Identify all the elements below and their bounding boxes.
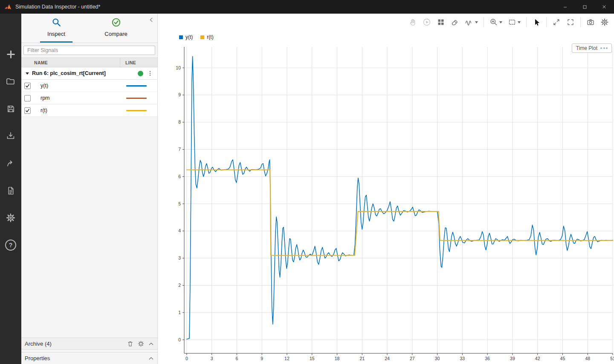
- svg-text:5: 5: [178, 201, 181, 206]
- svg-text:3: 3: [178, 255, 181, 260]
- collapse-properties-chevron-icon[interactable]: [148, 356, 154, 361]
- run-options-kebab-icon[interactable]: [147, 70, 153, 77]
- collapse-archive-chevron-icon[interactable]: [148, 341, 154, 346]
- toolbar-separator: [526, 17, 527, 27]
- svg-text:51: 51: [610, 356, 614, 361]
- svg-text:6: 6: [178, 174, 181, 179]
- tab-compare-label: Compare: [104, 31, 127, 37]
- save-icon[interactable]: [1, 99, 20, 118]
- properties-label: Properties: [25, 355, 50, 361]
- archive-bar[interactable]: Archive (4): [21, 338, 157, 350]
- ellipsis-menu-icon: [600, 47, 608, 49]
- data-brush-eraser-icon[interactable]: [451, 18, 459, 26]
- run-title: Run 6: plc_cosim_rt[Current]: [32, 70, 106, 76]
- svg-text:18: 18: [335, 356, 340, 361]
- svg-text:8: 8: [178, 119, 181, 124]
- svg-text:48: 48: [585, 356, 590, 361]
- run-row[interactable]: Run 6: plc_cosim_rt[Current]: [21, 67, 157, 80]
- legend-item: y(t): [179, 34, 193, 40]
- legend-label: y(t): [185, 34, 193, 40]
- svg-text:2: 2: [178, 283, 181, 288]
- replay-icon[interactable]: [423, 18, 431, 26]
- filter-row: [21, 43, 157, 58]
- sidebar-tabs: Inspect Compare: [21, 14, 157, 43]
- svg-text:27: 27: [410, 356, 415, 361]
- tab-inspect-label: Inspect: [47, 31, 65, 37]
- maximize-icon[interactable]: [575, 0, 594, 14]
- pointer-icon[interactable]: [532, 18, 541, 26]
- svg-text:10: 10: [176, 65, 181, 70]
- snapshot-camera-icon[interactable]: [586, 18, 595, 26]
- signal-visibility-checkbox[interactable]: [24, 95, 31, 101]
- svg-text:9: 9: [178, 92, 181, 97]
- pan-hand-icon[interactable]: [408, 18, 417, 26]
- signal-line-sample: [126, 98, 147, 99]
- svg-text:24: 24: [385, 356, 390, 361]
- svg-text:42: 42: [535, 356, 540, 361]
- tab-compare[interactable]: Compare: [86, 14, 146, 43]
- svg-text:3: 3: [211, 356, 213, 361]
- check-circle-icon: [111, 17, 121, 29]
- plot-toolbar: [158, 14, 614, 31]
- legend-label: r(t): [207, 34, 213, 40]
- svg-text:39: 39: [510, 356, 515, 361]
- app-toolstrip: ?: [0, 14, 21, 364]
- signal-name: y(t): [41, 83, 48, 89]
- time-plot-canvas[interactable]: 0369121518212427303336394245485101234567…: [158, 31, 614, 364]
- fullscreen-icon[interactable]: [566, 18, 575, 26]
- signal-row[interactable]: r(t): [21, 104, 157, 117]
- help-icon[interactable]: ?: [1, 235, 20, 255]
- svg-text:12: 12: [284, 356, 290, 361]
- time-plot-menu-button[interactable]: Time Plot: [572, 43, 612, 53]
- signal-rows: y(t)rpmr(t): [21, 80, 157, 117]
- subplot-layout-icon[interactable]: [437, 18, 445, 26]
- svg-text:6: 6: [235, 356, 238, 361]
- plot-settings-gear-icon[interactable]: [600, 18, 609, 26]
- svg-text:1: 1: [178, 310, 181, 315]
- signal-row[interactable]: y(t): [21, 80, 157, 92]
- fit-to-view-icon[interactable]: [552, 18, 561, 26]
- svg-text:21: 21: [359, 356, 365, 361]
- column-line: LINE: [120, 58, 157, 67]
- import-icon[interactable]: [1, 126, 20, 146]
- export-icon[interactable]: [1, 153, 20, 173]
- column-name: NAME: [21, 58, 120, 67]
- svg-text:9: 9: [261, 356, 263, 361]
- toolbar-separator: [580, 17, 581, 27]
- svg-text:15: 15: [310, 356, 315, 361]
- plot-panel: y(t) r(t) Time Plot 03691215182124273033…: [158, 14, 614, 364]
- minimize-icon[interactable]: [555, 0, 575, 14]
- add-icon[interactable]: [1, 44, 20, 64]
- archive-label: Archive (4): [25, 341, 52, 347]
- properties-bar[interactable]: Properties: [21, 352, 157, 364]
- zoom-region-marquee-icon[interactable]: [508, 18, 521, 26]
- toolbar-separator: [484, 17, 484, 27]
- signal-visibility-checkbox[interactable]: [24, 107, 31, 114]
- window-controls: [555, 0, 614, 14]
- signal-trace-icon[interactable]: [465, 18, 478, 26]
- zoom-in-icon[interactable]: [489, 18, 502, 26]
- toolbar-separator: [546, 17, 547, 27]
- window-title: Simulation Data Inspector - untitled*: [15, 4, 100, 10]
- signal-name: r(t): [41, 107, 47, 113]
- svg-text:4: 4: [178, 228, 181, 233]
- archive-settings-gear-icon[interactable]: [138, 341, 144, 347]
- simulation-data-inspector-window: Simulation Data Inspector - untitled*: [0, 0, 614, 364]
- filter-signals-input[interactable]: [23, 46, 155, 55]
- legend-swatch: [200, 35, 204, 39]
- signal-row[interactable]: rpm: [21, 92, 157, 104]
- delete-trash-icon[interactable]: [127, 341, 133, 347]
- preferences-gear-icon[interactable]: [1, 208, 20, 228]
- plot-legend: y(t) r(t): [179, 34, 214, 40]
- plot-type-label: Time Plot: [576, 45, 597, 51]
- create-report-icon[interactable]: [1, 181, 20, 200]
- sidebar: Inspect Compare NAME LINE Run 6: plc: [21, 14, 158, 364]
- collapse-sidebar-icon[interactable]: [149, 17, 154, 24]
- signal-visibility-checkbox[interactable]: [24, 83, 31, 89]
- close-icon[interactable]: [594, 0, 614, 14]
- tab-inspect[interactable]: Inspect: [26, 14, 86, 43]
- signal-line-sample: [126, 85, 147, 87]
- signal-line-sample: [126, 110, 147, 111]
- open-folder-icon[interactable]: [1, 72, 20, 91]
- chevron-down-icon[interactable]: [26, 72, 29, 75]
